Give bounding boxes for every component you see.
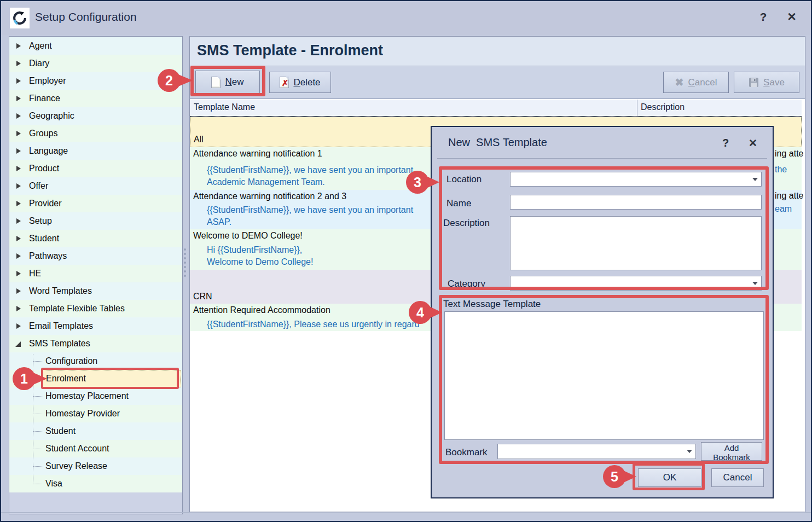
description-input[interactable] (511, 217, 761, 270)
dialog-close-button[interactable]: ✕ (745, 135, 761, 151)
description-fragment: ing atte (775, 191, 803, 201)
window-help-button[interactable]: ? (755, 9, 772, 25)
sidebar-item-student[interactable]: Student (9, 230, 182, 247)
collapse-arrow-icon[interactable] (16, 236, 21, 241)
category-dropdown[interactable] (510, 276, 762, 291)
column-divider[interactable] (637, 100, 637, 116)
description-field[interactable] (510, 216, 762, 270)
tree-connector (33, 484, 43, 484)
sidebar-item-agent[interactable]: Agent (9, 37, 182, 55)
text-message-template-field[interactable] (444, 311, 764, 440)
collapse-arrow-icon[interactable] (16, 131, 21, 136)
collapse-arrow-icon[interactable] (16, 43, 21, 49)
collapse-arrow-icon[interactable] (16, 96, 21, 101)
sidebar-item-groups[interactable]: Groups (9, 125, 182, 142)
selected-item-highlight[interactable]: Enrolment (42, 370, 181, 387)
description-label: Description (443, 218, 490, 229)
sidebar-item-visa[interactable]: Visa (9, 475, 182, 492)
dialog-cancel-button[interactable]: Cancel (711, 468, 764, 487)
text-message-template-label: Text Message Template (443, 299, 541, 310)
column-header-template-name[interactable]: Template Name (194, 102, 255, 112)
chevron-down-icon[interactable] (752, 178, 758, 181)
chevron-down-icon[interactable] (752, 282, 758, 285)
tree-connector (33, 466, 43, 467)
sidebar-item-he[interactable]: HE (9, 265, 182, 282)
dialog-divider (437, 158, 767, 159)
sidebar-item-product[interactable]: Product (9, 160, 182, 177)
description-fragment: the (775, 165, 787, 175)
sidebar-item-template-flexible-tables[interactable]: Template Flexible Tables (9, 300, 182, 317)
sidebar-item-sms-templates[interactable]: SMS Templates (9, 335, 182, 352)
template-toolbar: New ✗ Delete ✖ Cancel Save (190, 66, 805, 99)
new-sms-template-dialog: New SMS Template ? ✕ Location Name Descr… (431, 126, 774, 498)
collapse-arrow-icon[interactable] (16, 218, 21, 224)
sidebar-item-language[interactable]: Language (9, 142, 182, 160)
category-input[interactable] (511, 276, 761, 290)
sidebar-item-word-templates[interactable]: Word Templates (9, 282, 182, 300)
collapse-arrow-icon[interactable] (16, 271, 21, 276)
app-logo-icon (10, 8, 30, 28)
description-fragment: eam (775, 204, 792, 214)
name-input[interactable] (511, 195, 761, 209)
save-button[interactable]: Save (734, 72, 799, 93)
window-titlebar: Setup Configuration ? ✕ (1, 1, 811, 35)
ok-button[interactable]: OK (638, 468, 701, 487)
sidebar-item-configuration[interactable]: Configuration (9, 352, 182, 370)
status-strip (1, 512, 811, 513)
category-label: Category (448, 279, 485, 289)
collapse-arrow-icon[interactable] (16, 166, 21, 171)
sidebar-item-homestay-provider[interactable]: Homestay Provider (9, 405, 182, 422)
tree-connector (33, 414, 43, 414)
sidebar-item-employer[interactable]: Employer (9, 72, 182, 90)
add-bookmark-button[interactable]: Add Bookmark (701, 442, 762, 461)
name-label: Name (446, 198, 471, 209)
new-button[interactable]: New (195, 71, 260, 94)
window-close-button[interactable]: ✕ (784, 9, 800, 25)
cancel-button[interactable]: ✖ Cancel (663, 72, 729, 93)
delete-document-icon: ✗ (280, 77, 289, 88)
collapse-arrow-icon[interactable] (16, 201, 21, 206)
sidebar-item-offer[interactable]: Offer (9, 177, 182, 195)
window-title: Setup Configuration (35, 10, 137, 24)
description-fragment: ing atte (775, 149, 803, 159)
chevron-down-icon[interactable] (687, 450, 692, 453)
collapse-arrow-icon[interactable] (16, 78, 21, 84)
location-dropdown[interactable] (510, 172, 762, 187)
location-label: Location (446, 174, 482, 185)
column-header-description[interactable]: Description (641, 102, 685, 112)
dialog-title: New SMS Template (448, 136, 547, 149)
collapse-arrow-icon[interactable] (16, 113, 21, 119)
dialog-help-button[interactable]: ? (718, 135, 733, 150)
location-input[interactable] (511, 172, 761, 186)
sidebar-item-geographic[interactable]: Geographic (9, 107, 182, 125)
text-message-input[interactable] (445, 312, 763, 439)
sidebar-item-diary[interactable]: Diary (9, 55, 182, 72)
sidebar-item-setup[interactable]: Setup (9, 212, 182, 230)
new-document-icon (211, 77, 221, 88)
collapse-arrow-icon[interactable] (16, 61, 21, 66)
collapse-arrow-icon[interactable] (16, 323, 21, 329)
sidebar-splitter-handle[interactable] (184, 248, 186, 277)
collapse-arrow-icon[interactable] (16, 253, 21, 259)
sidebar-item-finance[interactable]: Finance (9, 90, 182, 107)
collapse-arrow-icon[interactable] (16, 306, 21, 311)
page-title-strip: SMS Template - Enrolment (190, 37, 805, 66)
tree-child-connector (33, 354, 33, 484)
sidebar-item-homestay-placement[interactable]: Homestay Placement (9, 387, 182, 405)
sidebar-item-student-account[interactable]: Student Account (9, 440, 182, 457)
sidebar-item-enrolment[interactable]: Enrolment (9, 370, 182, 387)
collapse-arrow-icon[interactable] (16, 148, 21, 154)
sidebar-item-provider[interactable]: Provider (9, 195, 182, 212)
expand-arrow-icon[interactable] (15, 341, 21, 347)
bookmark-input[interactable] (498, 444, 695, 459)
collapse-arrow-icon[interactable] (16, 288, 21, 294)
sidebar-item-student-child[interactable]: Student (9, 422, 182, 440)
name-field[interactable] (510, 195, 762, 210)
bookmark-dropdown[interactable] (497, 444, 696, 459)
sidebar-item-email-templates[interactable]: Email Templates (9, 317, 182, 335)
sidebar-item-pathways[interactable]: Pathways (9, 247, 182, 265)
tree-connector (33, 449, 43, 449)
collapse-arrow-icon[interactable] (16, 183, 21, 189)
sidebar-item-survey-release[interactable]: Survey Release (9, 457, 182, 475)
delete-button[interactable]: ✗ Delete (269, 72, 331, 93)
